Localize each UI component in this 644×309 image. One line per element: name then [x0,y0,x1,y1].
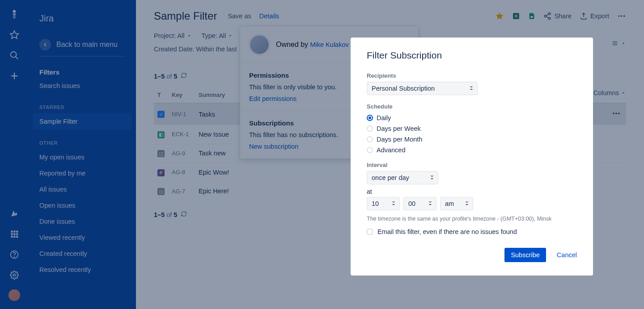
modal-title: Filter Subscription [367,50,577,61]
filter-subscription-modal: Filter Subscription Recipients Personal … [351,38,593,276]
schedule-radio-group: DailyDays per WeekDays per MonthAdvanced [367,113,577,155]
interval-label: Interval [367,162,577,168]
at-label: at [367,188,577,195]
hour-select[interactable]: 10 [367,197,400,210]
schedule-radio-option[interactable]: Days per Month [367,134,577,145]
schedule-radio-option[interactable]: Advanced [367,145,577,155]
timezone-note: The timezone is the same as your profile… [367,216,577,222]
schedule-radio-option[interactable]: Days per Week [367,123,577,134]
subscribe-button[interactable]: Subscribe [504,248,546,262]
radio-label: Days per Week [377,125,421,132]
radio-icon [367,115,373,121]
radio-label: Days per Month [377,136,422,143]
cancel-button[interactable]: Cancel [557,251,577,259]
recipients-label: Recipients [367,72,577,79]
radio-icon [367,136,373,142]
email-empty-checkbox-row[interactable]: Email this filter, even if there are no … [367,228,577,235]
time-selectors: 10 00 am [367,197,577,210]
minute-select[interactable]: 00 [403,197,436,210]
ampm-select[interactable]: am [440,197,473,210]
radio-icon [367,125,373,132]
modal-actions: Subscribe Cancel [367,248,577,262]
interval-select[interactable]: once per day [367,171,438,184]
checkbox-label: Email this filter, even if there are no … [377,228,517,235]
recipients-select[interactable]: Personal Subscription [367,82,478,95]
radio-icon [367,147,373,153]
checkbox-icon [367,229,373,235]
schedule-radio-option[interactable]: Daily [367,113,577,123]
schedule-label: Schedule [367,103,577,110]
radio-label: Advanced [377,146,406,154]
radio-label: Daily [377,114,391,121]
